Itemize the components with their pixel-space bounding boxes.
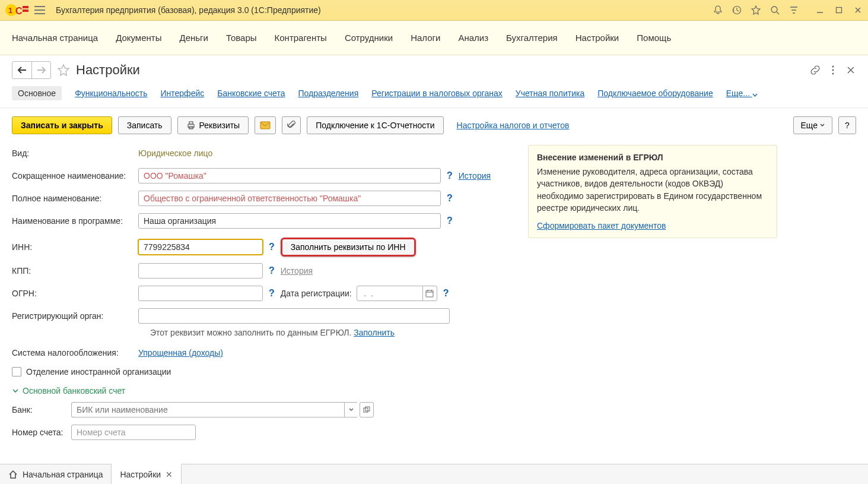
more-label: Еще bbox=[801, 121, 818, 130]
mail-button[interactable] bbox=[255, 116, 276, 134]
tab-interface[interactable]: Интерфейс bbox=[161, 88, 205, 98]
prog-name-help[interactable]: ? bbox=[447, 216, 453, 226]
tab-tax-registrations[interactable]: Регистрации в налоговых органах bbox=[371, 88, 503, 98]
menu-icon[interactable] bbox=[34, 6, 45, 14]
info-panel: Внесение изменений в ЕГРЮЛ Изменение рук… bbox=[528, 145, 777, 238]
menu-goods[interactable]: Товары bbox=[226, 33, 257, 43]
favorite-star-icon[interactable] bbox=[57, 64, 70, 77]
short-name-history-link[interactable]: История bbox=[459, 171, 491, 181]
bank-input[interactable] bbox=[71, 402, 344, 417]
menu-analysis[interactable]: Анализ bbox=[458, 33, 488, 43]
window-title: Бухгалтерия предприятия (базовая), редак… bbox=[51, 5, 713, 15]
fill-by-inn-button[interactable]: Заполнить реквизиты по ИНН bbox=[281, 238, 416, 257]
menu-help[interactable]: Помощь bbox=[637, 33, 671, 43]
kpp-help[interactable]: ? bbox=[269, 265, 275, 276]
ogrn-help[interactable]: ? bbox=[269, 288, 275, 299]
minimize-icon[interactable] bbox=[815, 5, 825, 15]
bank-open-button[interactable] bbox=[360, 402, 374, 417]
history-icon[interactable] bbox=[732, 5, 742, 15]
menu-accounting[interactable]: Бухгалтерия bbox=[506, 33, 558, 43]
tab-departments[interactable]: Подразделения bbox=[298, 88, 358, 98]
nav-back[interactable] bbox=[12, 62, 31, 78]
short-name-help[interactable]: ? bbox=[447, 170, 453, 181]
nav-arrows bbox=[12, 61, 51, 79]
page-close-icon[interactable] bbox=[845, 65, 856, 75]
svg-point-10 bbox=[832, 73, 834, 75]
acct-label: Номер счета: bbox=[12, 428, 71, 437]
nav-forward[interactable] bbox=[31, 62, 50, 78]
reg-date-field bbox=[357, 286, 437, 301]
link-icon[interactable] bbox=[810, 65, 821, 75]
reg-fill-link[interactable]: Заполнить bbox=[354, 328, 395, 337]
save-button[interactable]: Записать bbox=[118, 116, 171, 134]
main-menu: Начальная страница Документы Деньги Това… bbox=[0, 21, 868, 55]
tax-sys-link[interactable]: Упрощенная (доходы) bbox=[138, 348, 223, 358]
full-name-help[interactable]: ? bbox=[447, 193, 453, 204]
bell-icon[interactable] bbox=[713, 5, 723, 15]
menu-documents[interactable]: Документы bbox=[116, 33, 161, 43]
tab-accounting-policy[interactable]: Учетная политика bbox=[516, 88, 584, 98]
more-button[interactable]: Еще bbox=[793, 116, 833, 134]
bottom-tab-close-icon[interactable]: ✕ bbox=[166, 470, 173, 479]
prog-name-input[interactable] bbox=[138, 213, 441, 229]
menu-home[interactable]: Начальная страница bbox=[12, 33, 98, 43]
printer-icon bbox=[186, 121, 196, 130]
reg-org-input[interactable] bbox=[138, 308, 450, 324]
org-form: Вид: Юридическое лицо Сокращенное наимен… bbox=[12, 145, 510, 447]
tab-more-label: Еще... bbox=[726, 88, 750, 98]
menu-employees[interactable]: Сотрудники bbox=[345, 33, 393, 43]
reg-date-help[interactable]: ? bbox=[443, 288, 449, 299]
tab-more[interactable]: Еще... bbox=[726, 88, 758, 98]
close-icon[interactable] bbox=[853, 5, 863, 15]
svg-rect-7 bbox=[837, 8, 842, 13]
filter-icon[interactable] bbox=[788, 5, 799, 15]
svg-point-9 bbox=[832, 69, 834, 71]
reg-hint-text: Этот реквизит можно заполнить по данным … bbox=[150, 328, 351, 337]
full-name-label: Полное наименование: bbox=[12, 194, 138, 203]
info-panel-link[interactable]: Сформировать пакет документов bbox=[537, 221, 666, 230]
tab-equipment[interactable]: Подключаемое оборудование bbox=[597, 88, 713, 98]
chevron-down-icon bbox=[12, 387, 19, 394]
tab-main[interactable]: Основное bbox=[12, 86, 62, 100]
star-icon[interactable] bbox=[751, 5, 761, 15]
tax-sys-label: Система налогообложения: bbox=[12, 348, 138, 358]
kpp-history-link[interactable]: История bbox=[281, 266, 313, 276]
menu-contractors[interactable]: Контрагенты bbox=[275, 33, 327, 43]
bottom-tab-home[interactable]: Начальная страница bbox=[0, 464, 112, 484]
full-name-input[interactable] bbox=[138, 191, 441, 206]
svg-rect-3 bbox=[23, 6, 28, 8]
menu-settings[interactable]: Настройки bbox=[576, 33, 619, 43]
attach-button[interactable] bbox=[282, 116, 301, 134]
foreign-org-checkbox[interactable] bbox=[12, 367, 21, 377]
kpp-input[interactable] bbox=[138, 263, 263, 279]
print-props-button[interactable]: Реквизиты bbox=[177, 116, 249, 134]
inn-input[interactable] bbox=[138, 239, 263, 255]
bank-dropdown-button[interactable] bbox=[344, 402, 357, 417]
menu-taxes[interactable]: Налоги bbox=[411, 33, 440, 43]
calendar-icon[interactable] bbox=[422, 286, 437, 300]
bank-section-header[interactable]: Основной банковский счет bbox=[12, 386, 510, 396]
page-header: Настройки bbox=[0, 55, 868, 84]
save-close-button[interactable]: Записать и закрыть bbox=[12, 116, 112, 134]
ogrn-input[interactable] bbox=[138, 286, 263, 301]
section-tabs: Основное Функциональность Интерфейс Банк… bbox=[0, 84, 868, 108]
inn-help[interactable]: ? bbox=[269, 242, 275, 252]
bank-section-label: Основной банковский счет bbox=[23, 386, 125, 396]
short-name-input[interactable] bbox=[138, 168, 441, 184]
svg-rect-14 bbox=[260, 122, 270, 129]
logo-1c: 1 С bbox=[5, 3, 28, 17]
menu-money[interactable]: Деньги bbox=[179, 33, 208, 43]
kebab-icon[interactable] bbox=[828, 65, 838, 75]
bottom-tab-settings[interactable]: Настройки ✕ bbox=[112, 464, 182, 484]
info-panel-text: Изменение руководителя, адреса организац… bbox=[537, 166, 768, 214]
maximize-icon[interactable] bbox=[834, 5, 844, 15]
tab-functionality[interactable]: Функциональность bbox=[75, 88, 147, 98]
reg-date-input[interactable] bbox=[357, 289, 422, 298]
search-icon[interactable] bbox=[770, 5, 780, 15]
tax-reports-link[interactable]: Настройка налогов и отчетов bbox=[457, 121, 570, 130]
help-button[interactable]: ? bbox=[838, 116, 856, 134]
svg-text:1: 1 bbox=[8, 6, 12, 15]
acct-input[interactable] bbox=[71, 425, 196, 440]
tab-bank-accounts[interactable]: Банковские счета bbox=[217, 88, 285, 98]
connect-reporting-button[interactable]: Подключение к 1С-Отчетности bbox=[307, 116, 443, 134]
